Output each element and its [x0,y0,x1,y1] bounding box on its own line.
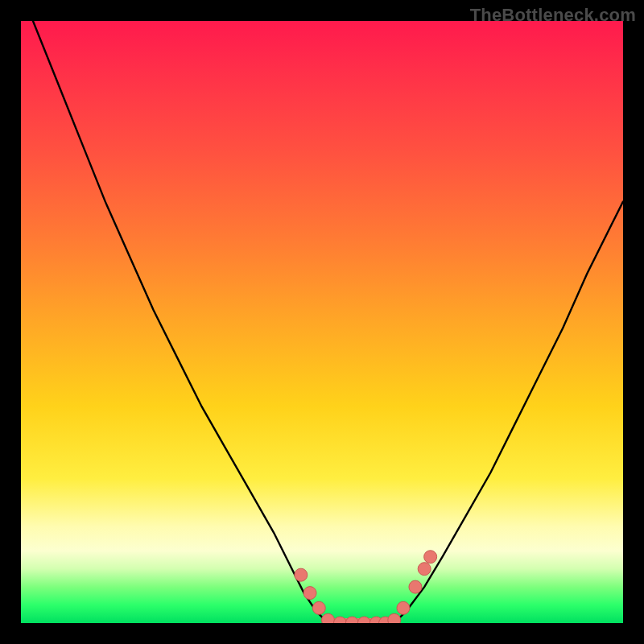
marker-dot [295,568,308,581]
chart-svg [21,21,623,623]
marker-dot [409,580,422,593]
watermark-text: TheBottleneck.com [470,5,636,26]
bottleneck-curve [33,21,623,623]
marker-dot [357,617,370,623]
chart-frame: TheBottleneck.com [0,0,644,644]
marker-dot [379,617,392,623]
marker-dot [312,601,325,614]
marker-dot [418,563,431,576]
highlight-markers [295,551,437,623]
marker-dot [388,613,401,623]
marker-dot [333,617,346,623]
marker-dot [397,601,410,614]
marker-dot [345,617,358,623]
marker-dot [321,613,334,623]
marker-dot [303,587,316,600]
marker-dot [424,551,437,564]
marker-dot [369,617,382,623]
chart-plot-area [21,21,623,623]
